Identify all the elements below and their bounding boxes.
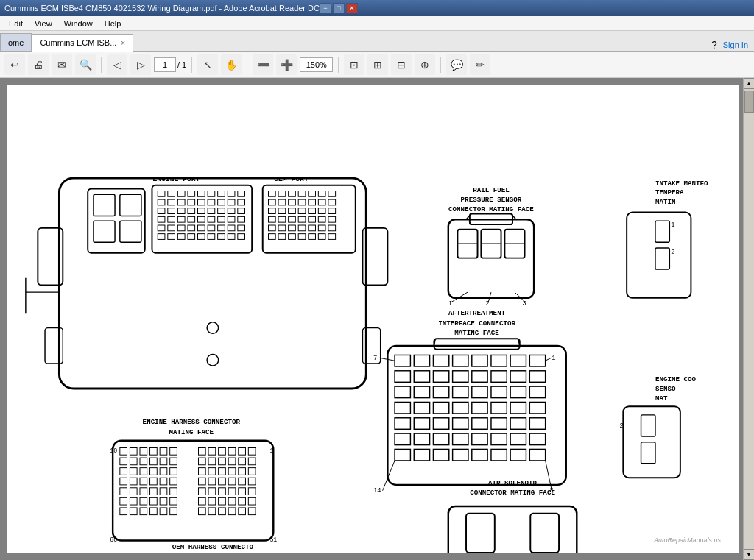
svg-text:1: 1 [448,300,452,308]
svg-text:AFTERTREATMENT: AFTERTREATMENT [448,309,506,317]
hand-tool-button[interactable]: ✋ [221,54,242,75]
page-input[interactable] [154,57,176,72]
svg-rect-81 [278,208,286,214]
zoom-out-button[interactable]: ➖ [253,54,273,75]
svg-rect-217 [248,497,256,505]
tab-label: Cummins ECM ISB... [40,38,116,47]
home-tab[interactable]: ome [0,33,32,51]
svg-rect-256 [491,386,507,398]
svg-rect-13 [177,191,185,196]
svg-rect-274 [529,418,545,430]
svg-rect-156 [160,468,167,475]
search-button[interactable]: 🔍 [75,54,96,75]
svg-rect-45 [228,216,235,222]
svg-rect-207 [208,488,216,495]
separator-3 [247,57,247,73]
svg-rect-157 [170,468,177,475]
menu-view[interactable]: View [29,18,58,29]
svg-rect-220 [219,508,226,515]
svg-rect-304 [641,415,655,436]
zoom-input[interactable] [300,57,333,72]
svg-rect-179 [150,508,158,515]
svg-rect-275 [395,433,410,445]
print-button[interactable]: 🖨 [28,54,49,75]
svg-rect-102 [278,234,286,240]
svg-rect-0 [59,178,366,389]
select-tool-button[interactable]: ↖ [197,54,218,75]
svg-rect-177 [130,508,137,515]
scrollbar[interactable]: ▲ ▼ [743,78,754,560]
svg-rect-85 [318,208,325,214]
svg-text:2: 2 [619,422,623,430]
svg-rect-95 [278,225,286,231]
fit-window-button[interactable]: ⊟ [391,54,412,75]
scroll-thumb[interactable] [744,91,754,113]
svg-text:AIR SOLENOID: AIR SOLENOID [488,479,538,487]
rotate-button[interactable]: ⊕ [415,54,435,75]
menu-edit[interactable]: Edit [3,18,29,29]
engine-port-label: ENGINE PORT [152,175,200,183]
fit-width-button[interactable]: ⊞ [367,54,388,75]
svg-rect-105 [309,234,316,240]
svg-rect-155 [150,468,158,475]
svg-rect-190 [219,458,226,465]
svg-rect-246 [453,371,468,383]
svg-rect-39 [168,216,175,222]
svg-rect-290 [529,449,545,461]
engine-harness-connector: ENGINE HARNESS CONNECTOR MATING FACE [110,418,277,543]
document-tab[interactable]: Cummins ECM ISB... × [32,34,133,52]
aftertreatment-connector: AFTERTREATMENT INTERFACE CONNECTOR MATIN… [373,309,566,494]
tab-close-button[interactable]: × [121,39,125,47]
scroll-down-button[interactable]: ▼ [744,549,755,560]
fit-page-button[interactable]: ⊡ [344,54,364,75]
maximize-button[interactable]: □ [333,3,345,13]
svg-rect-175 [170,497,177,505]
svg-rect-144 [160,447,167,455]
minimize-button[interactable]: − [320,3,331,13]
sign-in-link[interactable]: Sign In [723,40,748,49]
svg-rect-250 [529,371,545,383]
zoom-in-button[interactable]: ➕ [276,54,297,75]
close-button[interactable]: ✕ [346,3,358,13]
svg-rect-146 [120,458,127,465]
svg-rect-31 [177,208,185,214]
svg-rect-218 [198,508,205,515]
svg-rect-214 [219,497,226,505]
svg-rect-104 [298,234,306,240]
svg-rect-83 [298,208,306,214]
svg-rect-44 [218,216,225,222]
svg-rect-99 [318,225,325,231]
svg-rect-43 [208,216,215,222]
svg-rect-273 [510,418,526,430]
svg-rect-305 [641,442,655,464]
menu-help[interactable]: Help [99,18,127,29]
svg-rect-169 [170,488,177,495]
svg-rect-25 [208,199,215,205]
svg-text:OEM HARNESS CONNECTO: OEM HARNESS CONNECTO [172,543,254,551]
menu-window[interactable]: Window [58,18,99,29]
svg-rect-176 [120,508,127,515]
draw-button[interactable]: ✏ [470,54,490,75]
svg-rect-53 [218,225,225,231]
scroll-up-button[interactable]: ▲ [744,78,755,89]
svg-rect-58 [177,234,185,240]
svg-rect-287 [472,449,487,461]
comment-button[interactable]: 💬 [446,54,467,75]
help-icon[interactable]: ? [711,39,717,51]
svg-point-108 [207,322,219,334]
next-page-button[interactable]: ▷ [130,54,151,75]
svg-rect-86 [328,208,336,214]
svg-rect-48 [168,225,175,231]
svg-rect-7 [94,221,115,242]
back-button[interactable]: ↩ [4,54,25,75]
email-button[interactable]: ✉ [52,54,72,75]
svg-rect-198 [239,468,246,475]
title-bar-controls: − □ ✕ [320,3,358,13]
svg-rect-15 [198,191,205,196]
svg-rect-161 [150,478,158,485]
prev-page-button[interactable]: ◁ [107,54,127,75]
svg-rect-260 [414,402,429,414]
intake-manifold-connector: INTAKE MANIFO TEMPERA MATIN 1 2 [627,180,708,298]
svg-rect-180 [160,508,167,515]
svg-rect-247 [472,371,487,383]
